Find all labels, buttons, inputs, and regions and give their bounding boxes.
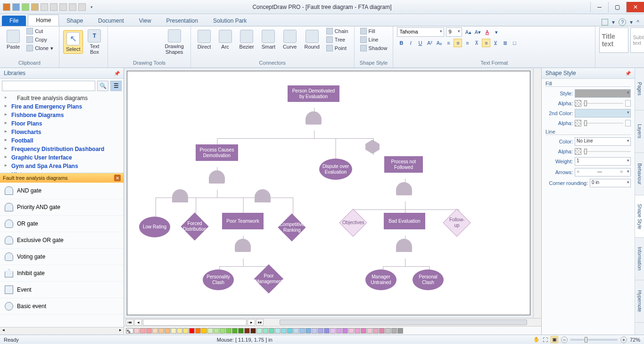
underline-icon[interactable]: U: [416, 39, 424, 47]
color-swatch[interactable]: [165, 328, 170, 334]
round-button[interactable]: Round: [301, 28, 322, 51]
diagram-transfer[interactable]: Objectives: [339, 209, 367, 236]
alpha-button[interactable]: [625, 120, 631, 126]
color-swatch[interactable]: [287, 328, 293, 334]
draw-tool-icon[interactable]: [112, 43, 119, 50]
shape-item[interactable]: Voting gate: [0, 249, 124, 265]
tree-node[interactable]: Frequency Distribution Dashboard: [2, 145, 122, 153]
color-swatch[interactable]: [293, 328, 299, 334]
line-weight-select[interactable]: 1: [575, 157, 631, 166]
tab-presentation[interactable]: Presentation: [159, 16, 206, 26]
tab-home[interactable]: Home: [28, 15, 59, 26]
color-swatch[interactable]: [134, 328, 140, 334]
tab-pages[interactable]: Pages: [635, 68, 644, 110]
color-swatch[interactable]: [263, 328, 268, 334]
shape-list[interactable]: AND gate Priority AND gate OR gate Exclu…: [0, 183, 124, 327]
alpha-swatch[interactable]: [575, 100, 581, 107]
library-tree[interactable]: Fault tree analysis diagrams Fire and Em…: [0, 93, 124, 173]
color-swatch[interactable]: [367, 328, 372, 334]
font-size-select[interactable]: 9: [446, 27, 462, 37]
color-swatch[interactable]: [305, 328, 311, 334]
tree-toggle-button[interactable]: ☰: [110, 81, 122, 91]
color-swatch[interactable]: [189, 328, 195, 334]
app-icon[interactable]: [3, 3, 10, 11]
shape-item[interactable]: Exclusive OR gate: [0, 232, 124, 249]
shape-item[interactable]: Inhibit gate: [0, 265, 124, 282]
color-swatch[interactable]: [146, 328, 152, 334]
draw-tool-icon[interactable]: [151, 43, 159, 50]
library-section-header[interactable]: Fault tree analysis diagrams✕: [0, 173, 124, 183]
align-center-icon[interactable]: ≡: [454, 39, 462, 47]
color-swatch[interactable]: [385, 328, 391, 334]
clone-button[interactable]: Clone ▾: [25, 44, 55, 52]
tab-document[interactable]: Document: [91, 16, 132, 26]
color-swatch[interactable]: [348, 328, 354, 334]
qat-dropdown[interactable]: ▾: [88, 3, 95, 11]
tab-layers[interactable]: Layers: [635, 110, 644, 153]
search-input[interactable]: [2, 81, 95, 91]
color-swatch[interactable]: [214, 328, 219, 334]
vertical-scrollbar[interactable]: [533, 68, 541, 318]
color-swatch[interactable]: [330, 328, 336, 334]
color-swatch[interactable]: [355, 328, 360, 334]
arrows-select[interactable]: ○—○: [575, 168, 631, 176]
diagram-or-gate[interactable]: [305, 111, 322, 125]
qat-icon[interactable]: [78, 3, 86, 11]
diagram-or-gate[interactable]: [235, 239, 251, 252]
color-swatch[interactable]: [391, 328, 397, 334]
tree-node[interactable]: Graphic User Interface: [2, 153, 122, 162]
paste-button[interactable]: Paste: [4, 28, 23, 51]
diagram-undeveloped[interactable]: Poor Management: [254, 264, 283, 294]
align-top-icon[interactable]: ⊼: [472, 39, 481, 47]
tab-behaviour[interactable]: Behaviour: [635, 153, 644, 195]
color-swatch[interactable]: [201, 328, 207, 334]
fill-button[interactable]: Fill: [358, 27, 389, 35]
diagram-event[interactable]: Person Demotivated by Evaluation: [288, 85, 339, 102]
drawing-shapes-button[interactable]: Drawing Shapes: [162, 27, 186, 57]
italic-icon[interactable]: I: [406, 39, 415, 47]
tab-view[interactable]: View: [132, 16, 159, 26]
fit-icon[interactable]: ▣: [551, 336, 558, 343]
color-swatch[interactable]: [324, 328, 330, 334]
page-prev-icon[interactable]: ◂: [134, 319, 142, 326]
diagram-undeveloped[interactable]: Forced Distribution: [181, 212, 208, 240]
color-swatch[interactable]: [238, 328, 244, 334]
diagram-basic-event[interactable]: Dispute over Evaluation: [319, 159, 352, 180]
draw-tool-icon[interactable]: [122, 34, 129, 42]
shape-item[interactable]: AND gate: [0, 183, 124, 199]
tree-node[interactable]: Fault tree analysis diagrams: [2, 94, 122, 102]
color-swatch[interactable]: [232, 328, 238, 334]
smart-button[interactable]: Smart: [259, 28, 278, 51]
color-swatch[interactable]: [183, 328, 189, 334]
qat-icon[interactable]: [12, 3, 20, 11]
color-swatch[interactable]: [244, 328, 250, 334]
line-color-select[interactable]: No Line: [575, 137, 631, 146]
bezier-button[interactable]: Bezier: [237, 28, 257, 51]
dropdown-icon[interactable]: ▾: [612, 19, 615, 25]
diagram-event[interactable]: Poor Teamwork: [222, 213, 264, 229]
color-swatch[interactable]: [361, 328, 366, 334]
zoom-out-button[interactable]: −: [561, 336, 568, 343]
alpha-slider[interactable]: [583, 148, 631, 155]
direct-button[interactable]: Direct: [195, 28, 214, 51]
tree-node[interactable]: Floor Plans: [2, 119, 122, 128]
color-swatch[interactable]: [397, 328, 403, 334]
color-swatch[interactable]: [299, 328, 305, 334]
qat-icon[interactable]: [69, 3, 76, 11]
color-swatch[interactable]: [342, 328, 348, 334]
arc-button[interactable]: Arc: [216, 28, 235, 51]
color-swatch[interactable]: [275, 328, 281, 334]
tree-node[interactable]: Gym and Spa Area Plans: [2, 162, 122, 170]
close-section-icon[interactable]: ✕: [114, 175, 121, 181]
maximize-button[interactable]: ▢: [608, 2, 626, 12]
scroll-thumb[interactable]: [280, 319, 527, 325]
diagram-event[interactable]: Process not Followed: [384, 156, 423, 173]
superscript-icon[interactable]: A²: [425, 39, 434, 47]
bold-icon[interactable]: B: [397, 39, 405, 47]
color-swatch[interactable]: [177, 328, 182, 334]
tree-node[interactable]: Flowcharts: [2, 128, 122, 136]
search-button[interactable]: 🔍: [97, 81, 108, 91]
point-button[interactable]: Point: [324, 44, 350, 52]
minimize-button[interactable]: ─: [590, 2, 608, 12]
diagram-event[interactable]: Bad Evaluation: [384, 213, 425, 229]
